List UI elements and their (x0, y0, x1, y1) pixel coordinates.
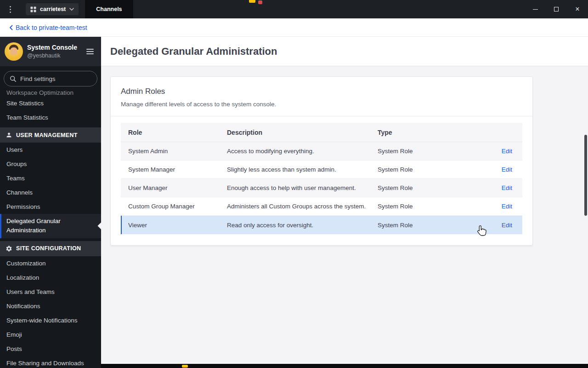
type-cell: System Role (370, 203, 481, 210)
avatar (5, 42, 23, 61)
sidebar-search (0, 66, 101, 89)
sidebar-item-notifications[interactable]: Notifications (0, 299, 101, 313)
close-button[interactable]: × (567, 0, 588, 18)
titlebar-artifact-red (258, 0, 262, 4)
maximize-icon (554, 7, 559, 12)
back-link[interactable]: Back to private-team-test (9, 24, 87, 31)
admin-roles-card: Admin Roles Manage different levels of a… (110, 76, 533, 246)
console-title: System Console (27, 43, 77, 52)
table-row-custom-group-manager: Custom Group Manager Administers all Cus… (121, 197, 522, 216)
card-subtitle: Manage different levels of access to the… (121, 101, 522, 108)
section-site-configuration: SITE CONFIGURATION (0, 241, 101, 256)
search-input[interactable] (20, 75, 91, 82)
taskbar-notification-dot (182, 365, 188, 368)
sidebar-item-users[interactable]: Users (0, 143, 101, 157)
console-username: @yesbhautik (27, 52, 77, 60)
team-selector-button[interactable]: carrietest (26, 3, 79, 15)
role-cell: System Manager (121, 166, 220, 173)
active-item-label: Delegated Granular Administration (6, 217, 92, 236)
titlebar: carrietest Channels × (0, 0, 588, 18)
sidebar-item-emoji[interactable]: Emoji (0, 328, 101, 342)
minimize-icon (533, 9, 538, 10)
sidebar-item-permissions[interactable]: Permissions (0, 200, 101, 214)
sidebar-item-workspace-optimization[interactable]: Workspace Optimization (0, 89, 101, 96)
edit-link[interactable]: Edit (502, 203, 512, 210)
description-cell: Access to modifying everything. (220, 148, 370, 155)
description-cell: Administers all Custom Groups across the… (220, 203, 370, 210)
section-label: USER MANAGEMENT (16, 132, 78, 138)
type-cell: System Role (370, 184, 481, 191)
edit-link[interactable]: Edit (502, 222, 512, 229)
divider (111, 116, 532, 116)
table-header-row: Role Description Type (121, 123, 522, 142)
sidebar-item-file-sharing-and-downloads[interactable]: File Sharing and Downloads (0, 356, 101, 368)
sidebar-item-teams[interactable]: Teams (0, 171, 101, 185)
system-console-sidebar: System Console @yesbhautik Workspace Opt… (0, 37, 101, 368)
sidebar-item-team-statistics[interactable]: Team Statistics (0, 110, 101, 125)
sidebar-item-site-statistics[interactable]: Site Statistics (0, 96, 101, 110)
tab-channels[interactable]: Channels (85, 0, 133, 18)
sidebar-item-users-and-teams[interactable]: Users and Teams (0, 285, 101, 299)
edit-link[interactable]: Edit (502, 166, 512, 173)
table-row-viewer: Viewer Read only access for oversight. S… (121, 216, 522, 234)
active-item-notch (98, 222, 101, 230)
role-cell: Custom Group Manager (121, 203, 220, 210)
role-cell: User Manager (121, 184, 220, 191)
card-title: Admin Roles (121, 87, 522, 96)
magnifier-icon (10, 75, 17, 82)
description-cell: Slightly less access than system admin. (220, 166, 370, 173)
app-window: { "colors": { "accent_blue": "#1c58d9", … (0, 0, 588, 368)
scrollbar-thumb[interactable] (584, 135, 587, 216)
hamburger-icon[interactable] (84, 46, 96, 57)
sidebar-item-system-wide-notifications[interactable]: System-wide Notifications (0, 313, 101, 328)
description-cell: Read only access for oversight. (220, 222, 370, 229)
edit-link[interactable]: Edit (502, 184, 512, 191)
grid-icon (30, 6, 36, 12)
people-icon (6, 132, 12, 138)
role-cell: Viewer (121, 222, 220, 229)
gear-icon (6, 245, 12, 252)
sidebar-item-channels[interactable]: Channels (0, 185, 101, 200)
description-cell: Enough access to help with user manageme… (220, 184, 370, 191)
sidebar-item-localization[interactable]: Localization (0, 270, 101, 285)
maximize-button[interactable] (546, 0, 567, 18)
column-header-type: Type (370, 129, 481, 136)
sidebar-item-delegated-granular-administration[interactable]: Delegated Granular Administration (0, 214, 101, 238)
section-label: SITE CONFIGURATION (16, 245, 81, 252)
sidebar-header: System Console @yesbhautik (0, 37, 101, 66)
sidebar-item-groups[interactable]: Groups (0, 157, 101, 171)
type-cell: System Role (370, 148, 481, 155)
back-bar: Back to private-team-test (0, 18, 588, 37)
kebab-menu-icon[interactable] (0, 0, 20, 18)
titlebar-artifact-yellow (249, 0, 255, 3)
page-title: Delegated Granular Administration (110, 46, 277, 58)
window-controls: × (525, 0, 588, 18)
bottom-taskbar-strip (101, 364, 588, 368)
main-content: Delegated Granular Administration Admin … (101, 37, 588, 368)
table-row-user-manager: User Manager Enough access to help with … (121, 179, 522, 197)
back-link-label: Back to private-team-test (16, 24, 87, 31)
edit-link[interactable]: Edit (502, 148, 512, 155)
sidebar-item-customization[interactable]: Customization (0, 256, 101, 270)
section-user-management: USER MANAGEMENT (0, 127, 101, 143)
column-header-description: Description (220, 129, 370, 136)
type-cell: System Role (370, 166, 481, 173)
close-icon: × (575, 6, 579, 13)
team-name: carrietest (40, 6, 66, 12)
type-cell: System Role (370, 222, 481, 229)
sidebar-item-posts[interactable]: Posts (0, 342, 101, 356)
minimize-button[interactable] (525, 0, 546, 18)
table-row-system-manager: System Manager Slightly less access than… (121, 161, 522, 179)
admin-roles-table: Role Description Type System Admin Acces… (121, 123, 522, 234)
role-cell: System Admin (121, 148, 220, 155)
page-header: Delegated Granular Administration (101, 37, 588, 66)
chevron-left-icon (9, 25, 13, 30)
chevron-down-icon (69, 8, 74, 11)
column-header-role: Role (121, 129, 220, 136)
table-row-system-admin: System Admin Access to modifying everyth… (121, 142, 522, 161)
